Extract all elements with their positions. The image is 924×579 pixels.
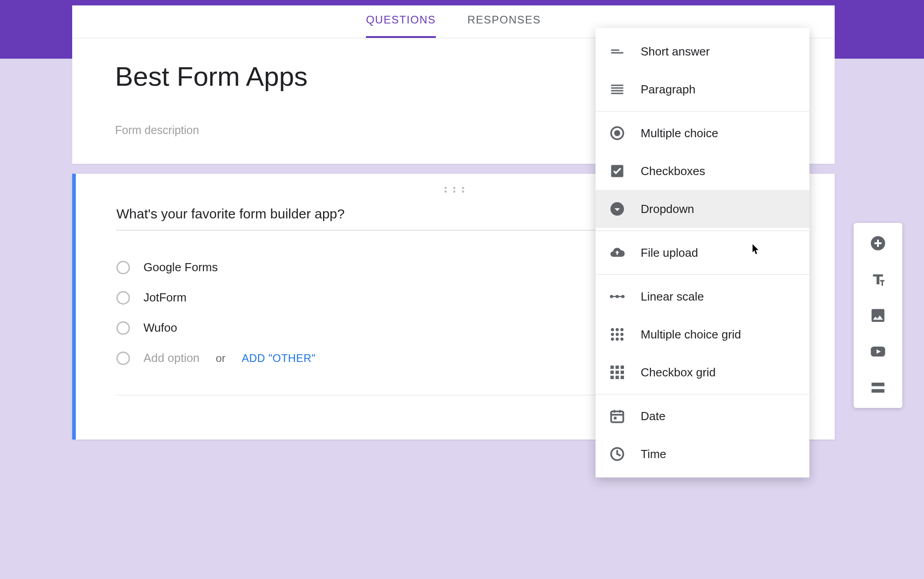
menu-separator <box>596 274 809 275</box>
question-type-menu: Short answer Paragraph Multiple choice C… <box>596 28 809 477</box>
svg-point-1 <box>614 130 620 136</box>
svg-point-5 <box>610 295 613 298</box>
menu-item-label: Linear scale <box>641 290 704 304</box>
cloud-upload-icon <box>609 245 625 261</box>
svg-point-13 <box>620 333 624 336</box>
menu-item-mc-grid[interactable]: Multiple choice grid <box>596 315 809 353</box>
menu-item-dropdown[interactable]: Dropdown <box>596 190 809 228</box>
svg-rect-26 <box>611 412 624 422</box>
menu-item-checkboxes[interactable]: Checkboxes <box>596 152 809 190</box>
menu-item-label: Multiple choice <box>641 126 718 140</box>
menu-item-label: Date <box>641 409 665 423</box>
menu-item-linear-scale[interactable]: Linear scale <box>596 278 809 315</box>
radio-icon <box>609 125 625 141</box>
svg-point-11 <box>611 333 614 336</box>
add-option-button[interactable]: Add option <box>143 351 199 365</box>
add-video-icon[interactable] <box>869 343 887 360</box>
menu-item-label: Time <box>641 447 666 461</box>
paragraph-icon <box>609 81 625 97</box>
option-label[interactable]: Google Forms <box>143 260 218 274</box>
svg-rect-30 <box>614 417 617 420</box>
svg-point-16 <box>620 338 624 341</box>
svg-rect-18 <box>615 366 619 369</box>
svg-point-6 <box>615 295 619 298</box>
svg-rect-25 <box>621 376 624 380</box>
clock-icon <box>609 446 625 462</box>
floating-toolbar <box>854 223 902 408</box>
svg-point-7 <box>621 295 624 298</box>
svg-rect-34 <box>872 383 885 386</box>
menu-item-file-upload[interactable]: File upload <box>596 234 809 272</box>
radio-empty-icon <box>116 352 130 365</box>
grid-squares-icon <box>609 364 625 380</box>
svg-rect-20 <box>610 371 614 374</box>
menu-item-short-answer[interactable]: Short answer <box>596 32 809 70</box>
menu-item-multiple-choice[interactable]: Multiple choice <box>596 114 809 152</box>
menu-separator <box>596 231 809 231</box>
menu-item-label: Dropdown <box>641 202 694 216</box>
menu-item-paragraph[interactable]: Paragraph <box>596 70 809 108</box>
svg-rect-35 <box>872 389 885 393</box>
menu-item-time[interactable]: Time <box>596 435 809 473</box>
svg-point-15 <box>616 338 619 341</box>
svg-rect-17 <box>610 366 614 369</box>
dropdown-icon <box>609 201 625 217</box>
tab-questions[interactable]: QUESTIONS <box>366 14 436 38</box>
short-answer-icon <box>609 43 625 60</box>
menu-item-cb-grid[interactable]: Checkbox grid <box>596 353 809 391</box>
radio-empty-icon <box>116 261 130 274</box>
menu-item-label: Checkbox grid <box>641 366 716 380</box>
svg-rect-23 <box>610 376 614 380</box>
option-label[interactable]: Wufoo <box>143 321 177 335</box>
checkbox-icon <box>609 163 625 179</box>
option-label[interactable]: JotForm <box>143 291 186 305</box>
tab-responses[interactable]: RESPONSES <box>467 14 541 38</box>
add-question-icon[interactable] <box>869 235 887 252</box>
menu-item-label: Checkboxes <box>641 164 705 178</box>
svg-rect-21 <box>615 371 619 374</box>
svg-point-8 <box>611 328 614 331</box>
linear-scale-icon <box>609 288 625 305</box>
menu-item-label: Paragraph <box>641 83 695 97</box>
cursor-icon <box>753 244 761 258</box>
menu-item-label: Multiple choice grid <box>641 328 741 342</box>
svg-rect-19 <box>621 366 624 369</box>
menu-item-date[interactable]: Date <box>596 397 809 435</box>
add-image-icon[interactable] <box>869 307 887 324</box>
radio-empty-icon <box>116 291 130 305</box>
calendar-icon <box>609 408 625 424</box>
menu-separator <box>596 111 809 111</box>
menu-item-label: File upload <box>641 246 698 260</box>
add-section-icon[interactable] <box>869 379 887 396</box>
svg-rect-24 <box>615 376 619 380</box>
svg-point-10 <box>620 328 624 331</box>
or-label: or <box>216 352 225 365</box>
grid-dots-icon <box>609 326 625 343</box>
radio-empty-icon <box>116 321 130 335</box>
menu-item-label: Short answer <box>641 45 710 59</box>
add-title-icon[interactable] <box>869 271 887 288</box>
svg-point-14 <box>611 338 614 341</box>
svg-rect-22 <box>621 371 624 374</box>
menu-separator <box>596 394 809 394</box>
svg-point-12 <box>616 333 619 336</box>
add-other-button[interactable]: ADD "OTHER" <box>242 352 316 365</box>
svg-point-9 <box>616 328 619 331</box>
